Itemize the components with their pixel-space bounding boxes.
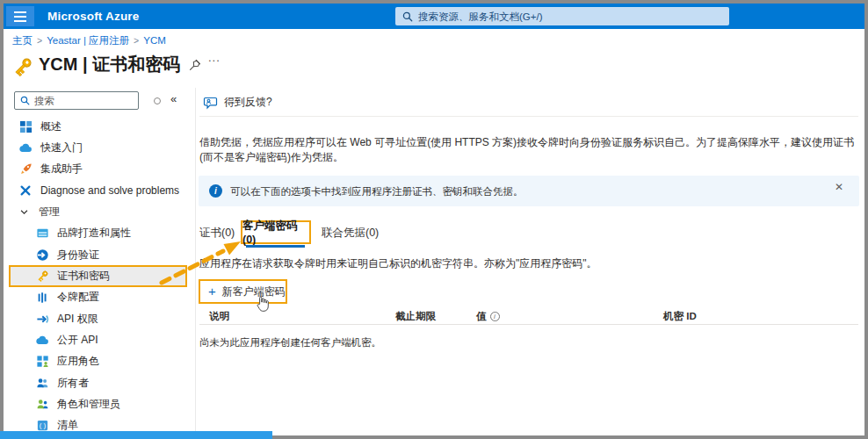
main-content: 得到反馈? 借助凭据，凭据应用程序可以在 Web 可寻址位置(使用 HTTPS … [197,88,864,432]
search-icon [20,96,30,105]
sidebar-item-label: 角色和管理员 [57,397,120,412]
breadcrumb-separator: > [134,35,139,46]
sidebar-item-integration-assistant[interactable]: 集成助手 [4,159,195,180]
person-admin-icon [35,398,49,412]
sidebar-item-label: 应用角色 [57,354,99,369]
search-icon [402,11,413,22]
svg-text:(): () [38,423,46,430]
credentials-description: 借助凭据，凭据应用程序可以在 Web 可寻址位置(使用 HTTPS 方案)接收令… [199,135,860,166]
chevron-down-icon [17,205,31,220]
sidebar-item-label: 快速入门 [40,140,83,155]
rocket-icon [18,162,33,176]
people-icon [35,376,49,390]
info-icon: i [209,184,222,198]
collapse-sidebar-icon[interactable]: « [170,92,177,105]
cloud-icon [18,141,33,155]
sidebar-item-label: 身份验证 [57,248,99,263]
hamburger-menu-icon[interactable] [6,6,34,26]
sidebar-item-label: 证书和密码 [57,269,110,284]
sidebar-item-expose-api[interactable]: 公开 API [4,329,195,350]
sidebar-group-label: 管理 [39,205,60,220]
cloud-icon [35,334,49,348]
close-icon[interactable]: ✕ [835,181,843,193]
client-secret-description: 应用程序在请求获取令牌时用来证明自己标识的机密字符串。亦称为"应用程序密码"。 [199,256,860,271]
page-title: YCM | 证书和密码 [39,53,180,76]
tab-federated-credentials[interactable]: 联合凭据(0) [322,226,379,241]
global-search-input[interactable] [418,11,722,22]
feedback-label: 得到反馈? [224,95,272,110]
grid-person-icon [35,355,49,369]
breadcrumb-separator: > [37,35,42,46]
global-search-box[interactable] [395,7,729,25]
feedback-icon [203,96,218,110]
sidebar-item-roles-administrators[interactable]: 角色和管理员 [4,393,195,414]
sidebar-group-manage[interactable]: 管理 [4,201,195,222]
breadcrumb-current[interactable]: YCM [143,35,166,46]
info-banner: i 可以在下面的选项卡中找到应用程序注册证书、密钥和联合凭据。 ✕ [199,176,859,206]
active-tab-underline [246,245,305,248]
breadcrumb: 主页>Yeastar | 应用注册>YCM [12,34,166,47]
arrow-circle-icon [35,248,49,262]
pin-icon[interactable] [189,59,201,71]
sidebar-item-label: 令牌配置 [57,290,99,305]
breadcrumb-home[interactable]: 主页 [12,35,33,46]
info-banner-text: 可以在下面的选项卡中找到应用程序注册证书、密钥和联合凭据。 [230,185,524,198]
more-options-icon[interactable]: ... [208,51,221,64]
column-value: 值 i [476,310,500,323]
sidebar-search-input[interactable] [34,96,133,106]
bottom-blue-strip [0,431,272,439]
overview-grid-icon [18,119,33,133]
sidebar-item-label: 公开 API [57,333,98,348]
branding-window-icon [35,227,49,241]
breadcrumb-app-registrations[interactable]: Yeastar | 应用注册 [47,35,129,46]
sidebar-item-label: Diagnose and solve problems [40,184,179,197]
sidebar-search-box[interactable] [14,91,139,110]
column-value-label: 值 [476,310,487,323]
sidebar-item-owners[interactable]: 所有者 [4,372,195,393]
sidebar-item-label: 概述 [40,119,61,134]
azure-top-bar: Microsoft Azure [4,4,864,29]
brand-title: Microsoft Azure [47,10,140,23]
sidebar-item-label: API 权限 [57,312,98,327]
value-info-icon[interactable]: i [490,312,500,321]
key-icon [12,56,33,77]
crossed-tools-icon [18,184,33,198]
divider [199,116,858,117]
annotation-arrow-icon [148,230,255,293]
sidebar-item-label: 集成助手 [40,162,83,176]
column-secret-id: 机密 ID [663,310,697,323]
feedback-button[interactable]: 得到反馈? [203,95,272,110]
api-arrow-icon [35,312,49,326]
column-expires: 截止期限 [395,310,436,323]
divider [199,324,858,325]
sidebar-item-api-permissions[interactable]: API 权限 [4,308,195,329]
sidebar-item-diagnose[interactable]: Diagnose and solve problems [4,180,195,201]
sidebar-item-label: 所有者 [57,376,89,391]
column-description: 说明 [209,310,229,323]
sidebar-item-app-roles[interactable]: 应用角色 [4,351,195,372]
sidebar-item-overview[interactable]: 概述 [4,116,195,137]
sidebar-item-label: 品牌打造和属性 [57,226,131,241]
token-bars-icon [35,291,49,305]
key-icon [35,270,49,284]
refresh-icon[interactable] [154,97,161,104]
sidebar-item-quickstart[interactable]: 快速入门 [4,137,195,158]
empty-state-text: 尚未为此应用程序创建任何客户端机密。 [199,336,381,349]
mouse-cursor-icon [256,296,270,313]
